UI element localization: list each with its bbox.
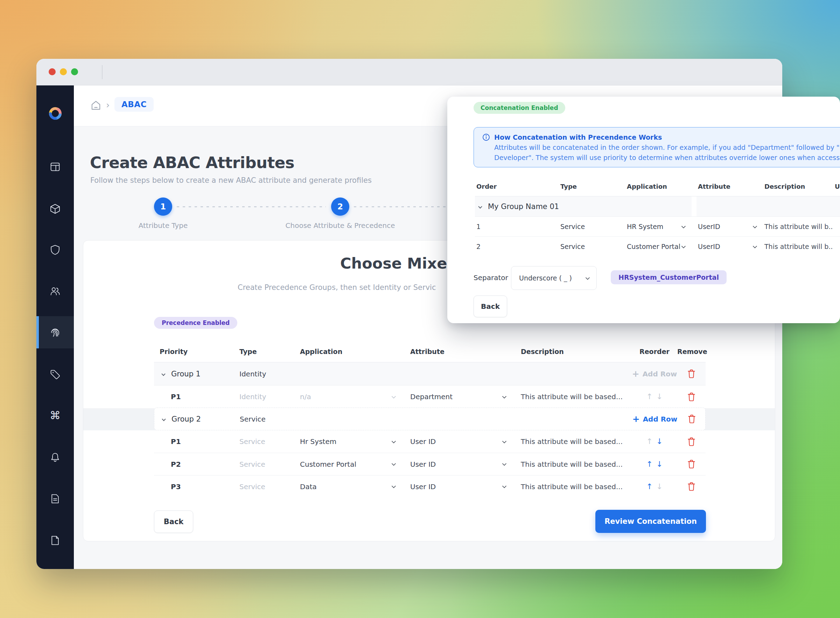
sidebar-item-reports[interactable] bbox=[36, 483, 74, 515]
add-row-button[interactable]: +Add Row bbox=[632, 369, 677, 378]
group-row: Group 2 Service +Add Row bbox=[154, 407, 705, 430]
sidebar-item-notifications[interactable] bbox=[36, 441, 74, 473]
sidebar-item-security[interactable] bbox=[36, 233, 74, 266]
move-up-icon[interactable]: ↑ bbox=[646, 393, 653, 401]
move-down-icon[interactable]: ↓ bbox=[656, 393, 662, 401]
row-order: 1 bbox=[475, 223, 559, 230]
delete-row-icon[interactable] bbox=[687, 392, 696, 402]
step-number: 1 bbox=[160, 202, 166, 211]
add-row-button[interactable]: +Add Row bbox=[632, 414, 678, 423]
chevron-down-icon bbox=[392, 439, 396, 443]
minimize-window-icon[interactable] bbox=[60, 68, 67, 75]
attribute-select[interactable]: UserID bbox=[696, 223, 763, 230]
close-window-icon[interactable] bbox=[49, 68, 56, 75]
application-select[interactable]: n/a bbox=[294, 392, 404, 401]
step-2-circle[interactable]: 2 bbox=[331, 198, 349, 216]
collapse-group-icon[interactable] bbox=[161, 372, 165, 376]
step-1-circle[interactable]: 1 bbox=[154, 198, 172, 216]
delete-row-icon[interactable] bbox=[687, 481, 696, 492]
column-header: Remove bbox=[677, 348, 705, 355]
application-select[interactable]: Customer Portal bbox=[294, 460, 404, 468]
group-type: Identity bbox=[234, 370, 294, 378]
delete-row-icon[interactable] bbox=[687, 459, 696, 469]
titlebar-divider bbox=[102, 65, 102, 79]
table-row: 1 Service HR System UserID This attribut… bbox=[475, 216, 840, 236]
step-2-label: Choose Attribute & Precedence bbox=[286, 221, 395, 230]
concatenation-result-badge: HRSystem_CustomerPortal bbox=[611, 270, 727, 284]
row-priority: P3 bbox=[154, 483, 234, 491]
sidebar-item-tags[interactable] bbox=[36, 358, 74, 391]
column-header: Use bbox=[833, 183, 840, 190]
delete-group-icon[interactable] bbox=[687, 369, 696, 379]
column-header: Attribute bbox=[404, 348, 515, 355]
column-gap bbox=[692, 237, 696, 256]
column-header: Application bbox=[625, 183, 692, 190]
move-up-icon[interactable]: ↑ bbox=[646, 483, 653, 490]
row-description: This attribute will be based... bbox=[515, 460, 632, 468]
row-priority: P1 bbox=[154, 392, 234, 401]
file-text-icon bbox=[49, 493, 61, 505]
users-icon bbox=[49, 285, 61, 297]
sidebar-item-abac-active[interactable] bbox=[36, 316, 74, 348]
attribute-select[interactable]: User ID bbox=[404, 483, 515, 491]
table-row: P1 Identity n/a Department This attribut… bbox=[154, 385, 705, 408]
delete-row-icon[interactable] bbox=[687, 437, 696, 447]
shield-icon bbox=[49, 244, 61, 256]
home-icon[interactable] bbox=[90, 100, 102, 111]
sidebar-item-dashboard[interactable] bbox=[36, 150, 74, 183]
sidebar: ⌘ bbox=[36, 85, 74, 569]
row-type: Service bbox=[559, 223, 625, 230]
move-up-icon[interactable]: ↑ bbox=[646, 438, 653, 446]
separator-value: Underscore ( _ ) bbox=[519, 274, 572, 282]
review-concatenation-button[interactable]: Review Concatenation bbox=[596, 510, 706, 533]
attribute-select[interactable]: UserID bbox=[696, 243, 763, 250]
breadcrumb-item-abac[interactable]: ABAC bbox=[114, 97, 154, 112]
collapse-group-icon[interactable] bbox=[478, 205, 482, 208]
row-type: Service bbox=[234, 483, 294, 491]
separator-select[interactable]: Underscore ( _ ) bbox=[511, 266, 597, 290]
table-row: P1 Service Hr System User ID This attrib… bbox=[154, 430, 705, 453]
attribute-select[interactable]: User ID bbox=[404, 460, 515, 468]
plus-icon: + bbox=[632, 369, 640, 378]
move-down-icon[interactable]: ↓ bbox=[656, 483, 662, 490]
sidebar-item-packages[interactable] bbox=[36, 193, 74, 225]
column-header: Description bbox=[515, 348, 632, 355]
table-row: P3 Service Data User ID This attribute w… bbox=[154, 475, 705, 498]
concatenation-panel: Concatenation Enabled How Concatenation … bbox=[447, 97, 840, 323]
collapse-group-icon[interactable] bbox=[162, 417, 166, 421]
attribute-select[interactable]: User ID bbox=[404, 437, 515, 446]
move-down-icon[interactable]: ↓ bbox=[656, 461, 662, 468]
sidebar-item-commands[interactable]: ⌘ bbox=[36, 399, 74, 431]
row-priority: P1 bbox=[154, 437, 234, 446]
table-header-row: Order Type Application Attribute Descrip… bbox=[475, 177, 840, 196]
application-select[interactable]: Hr System bbox=[294, 437, 404, 446]
page-title: Create ABAC Attributes bbox=[90, 153, 294, 172]
info-callout: How Concatenation with Precendence Works… bbox=[474, 127, 840, 167]
application-select[interactable]: Data bbox=[294, 483, 404, 491]
bell-icon bbox=[49, 452, 61, 463]
fingerprint-icon bbox=[49, 327, 61, 338]
chevron-down-icon bbox=[392, 394, 396, 398]
step-1-label: Attribute Type bbox=[139, 221, 188, 230]
window-titlebar bbox=[36, 59, 782, 85]
app-logo-icon[interactable] bbox=[47, 105, 64, 122]
delete-group-icon[interactable] bbox=[687, 414, 696, 424]
chevron-down-icon bbox=[502, 394, 507, 398]
page-subtitle: Follow the steps below to create a new A… bbox=[90, 176, 372, 184]
application-select[interactable]: Customer Portal bbox=[625, 243, 692, 250]
back-button[interactable]: Back bbox=[474, 296, 507, 317]
back-button[interactable]: Back bbox=[154, 511, 193, 533]
step-number: 2 bbox=[338, 202, 343, 211]
zoom-window-icon[interactable] bbox=[71, 68, 78, 75]
move-up-icon[interactable]: ↑ bbox=[646, 461, 653, 468]
sidebar-item-users[interactable] bbox=[36, 275, 74, 307]
chevron-down-icon bbox=[681, 244, 686, 248]
attribute-select[interactable]: Department bbox=[404, 392, 515, 401]
sidebar-item-documents[interactable] bbox=[36, 524, 74, 556]
move-down-icon[interactable]: ↓ bbox=[656, 438, 662, 446]
package-icon bbox=[49, 203, 61, 215]
application-select[interactable]: HR System bbox=[625, 223, 692, 230]
chevron-down-icon bbox=[502, 462, 507, 466]
chevron-down-icon bbox=[392, 484, 396, 489]
column-gap bbox=[692, 217, 696, 236]
